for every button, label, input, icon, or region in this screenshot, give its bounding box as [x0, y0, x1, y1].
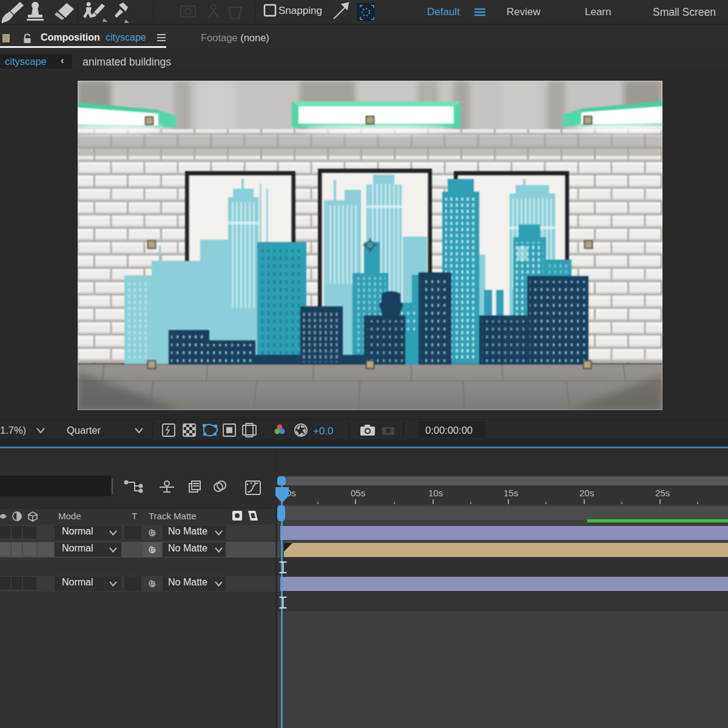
svg-text:05s: 05s [351, 488, 365, 498]
svg-text:+0.0: +0.0 [313, 425, 334, 437]
svg-text:20s: 20s [579, 488, 594, 498]
svg-text:Snapping: Snapping [278, 5, 322, 16]
svg-text:10s: 10s [428, 488, 443, 498]
svg-text:15s: 15s [504, 488, 518, 498]
svg-text:25s: 25s [655, 488, 670, 498]
